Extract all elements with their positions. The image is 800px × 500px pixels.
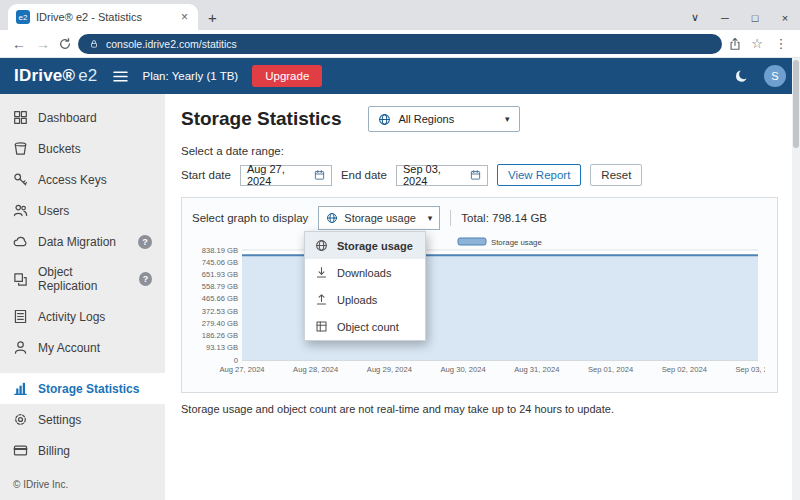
title-row: Storage Statistics All Regions ▾ xyxy=(181,106,778,132)
users-icon xyxy=(13,203,28,218)
activity-logs-icon xyxy=(13,309,28,324)
billing-icon xyxy=(13,443,28,458)
upgrade-button[interactable]: Upgrade xyxy=(252,65,322,87)
sidebar: DashboardBucketsAccess KeysUsersData Mig… xyxy=(0,94,165,500)
address-bar[interactable]: console.idrive2.com/statitics xyxy=(78,34,722,54)
statistics-panel: Select graph to display Storage usage ▾ … xyxy=(181,197,778,393)
svg-text:372.53 GB: 372.53 GB xyxy=(202,307,238,316)
access-keys-icon xyxy=(13,172,28,187)
calendar-icon[interactable] xyxy=(470,169,481,181)
sidebar-item-my-account[interactable]: My Account xyxy=(0,332,165,363)
refresh-icon[interactable] xyxy=(58,37,72,51)
dropdown-option-uploads[interactable]: Uploads xyxy=(305,286,425,313)
svg-text:745.06 GB: 745.06 GB xyxy=(202,258,238,267)
hamburger-menu-icon[interactable] xyxy=(112,68,129,85)
scrollbar-thumb[interactable] xyxy=(793,60,799,148)
sidebar-item-dashboard[interactable]: Dashboard xyxy=(0,102,165,133)
calendar-icon[interactable] xyxy=(314,169,325,181)
browser-tab-strip: e2 IDrive® e2 - Statistics × + ∨ ─ □ × xyxy=(0,0,800,30)
total-usage-label: Total: 798.14 GB xyxy=(461,212,547,224)
new-tab-button[interactable]: + xyxy=(198,9,229,30)
sidebar-item-billing[interactable]: Billing xyxy=(0,435,165,466)
svg-text:Aug 29, 2024: Aug 29, 2024 xyxy=(367,365,412,374)
object-replication-icon xyxy=(13,272,28,287)
logo-brand: IDrive® xyxy=(14,66,75,85)
browser-menu-icon[interactable]: ⋮ xyxy=(772,36,790,51)
globe-icon xyxy=(326,212,338,224)
sidebar-item-label: Activity Logs xyxy=(38,310,105,324)
reset-button[interactable]: Reset xyxy=(590,164,642,186)
browser-toolbar: ← → console.idrive2.com/statitics ☆ ⋮ xyxy=(0,30,800,58)
dashboard-icon xyxy=(13,110,28,125)
sidebar-item-label: Billing xyxy=(38,444,70,458)
dropdown-option-downloads[interactable]: Downloads xyxy=(305,259,425,286)
data-migration-icon xyxy=(13,234,28,249)
sidebar-item-buckets[interactable]: Buckets xyxy=(0,133,165,164)
bookmark-star-icon[interactable]: ☆ xyxy=(748,36,766,51)
tab-title: IDrive® e2 - Statistics xyxy=(36,11,173,23)
sidebar-item-object-replication[interactable]: Object Replication? xyxy=(0,257,165,301)
maximize-icon[interactable]: □ xyxy=(740,12,770,24)
sidebar-item-access-keys[interactable]: Access Keys xyxy=(0,164,165,195)
svg-text:558.79 GB: 558.79 GB xyxy=(202,282,238,291)
sidebar-item-users[interactable]: Users xyxy=(0,195,165,226)
svg-text:838.19 GB: 838.19 GB xyxy=(202,246,238,255)
sidebar-item-settings[interactable]: Settings xyxy=(0,404,165,435)
object-count-icon xyxy=(315,320,328,333)
dropdown-option-storage-usage[interactable]: Storage usage xyxy=(305,232,425,259)
plan-label: Plan: Yearly (1 TB) xyxy=(143,70,239,82)
date-row: Start date Aug 27, 2024 End date Sep 03,… xyxy=(181,164,778,186)
sidebar-item-label: My Account xyxy=(38,341,100,355)
start-date-input[interactable]: Aug 27, 2024 xyxy=(240,165,332,186)
graph-type-value: Storage usage xyxy=(344,212,416,224)
app-header: IDrive®e2 Plan: Yearly (1 TB) Upgrade S xyxy=(0,58,800,94)
svg-text:Aug 30, 2024: Aug 30, 2024 xyxy=(441,365,486,374)
main-layout: DashboardBucketsAccess KeysUsersData Mig… xyxy=(0,94,800,500)
back-icon[interactable]: ← xyxy=(10,36,28,52)
svg-text:465.66 GB: 465.66 GB xyxy=(202,294,238,303)
sidebar-item-label: Users xyxy=(38,204,69,218)
sidebar-item-label: Object Replication xyxy=(38,265,129,293)
view-report-button[interactable]: View Report xyxy=(497,164,581,186)
minimize-icon[interactable]: ─ xyxy=(710,12,740,24)
dropdown-option-object-count[interactable]: Object count xyxy=(305,313,425,340)
logo-product: e2 xyxy=(78,66,97,85)
chevron-down-icon: ▾ xyxy=(505,114,510,124)
help-badge-icon[interactable]: ? xyxy=(138,235,152,249)
window-close-icon[interactable]: × xyxy=(770,12,800,24)
dark-mode-moon-icon[interactable] xyxy=(734,68,750,84)
forward-icon[interactable]: → xyxy=(34,36,52,52)
page-scrollbar[interactable] xyxy=(792,58,800,500)
url-text: console.idrive2.com/statitics xyxy=(106,38,237,50)
sidebar-item-label: Buckets xyxy=(38,142,81,156)
tab-close-icon[interactable]: × xyxy=(179,10,190,24)
svg-text:0: 0 xyxy=(234,356,238,365)
sidebar-item-data-migration[interactable]: Data Migration? xyxy=(0,226,165,257)
graph-type-selector[interactable]: Storage usage ▾ xyxy=(318,206,440,230)
svg-text:Sep 02, 2024: Sep 02, 2024 xyxy=(662,365,707,374)
help-badge-icon[interactable]: ? xyxy=(139,272,152,286)
end-date-input[interactable]: Sep 03, 2024 xyxy=(396,165,488,186)
svg-text:93.13 GB: 93.13 GB xyxy=(206,343,238,352)
sidebar-item-activity-logs[interactable]: Activity Logs xyxy=(0,301,165,332)
svg-text:Aug 28, 2024: Aug 28, 2024 xyxy=(293,365,338,374)
sidebar-items: DashboardBucketsAccess KeysUsersData Mig… xyxy=(0,102,165,466)
svg-text:651.93 GB: 651.93 GB xyxy=(202,270,238,279)
browser-tab[interactable]: e2 IDrive® e2 - Statistics × xyxy=(8,4,198,30)
divider xyxy=(450,210,451,226)
svg-text:Storage usage: Storage usage xyxy=(491,238,542,247)
globe-icon xyxy=(378,113,391,126)
region-selector[interactable]: All Regions ▾ xyxy=(368,106,520,132)
share-icon[interactable] xyxy=(728,37,742,51)
date-range-label: Select a date range: xyxy=(181,145,778,157)
tab-search-icon[interactable]: ∨ xyxy=(680,11,710,24)
user-avatar[interactable]: S xyxy=(764,65,786,87)
sidebar-item-label: Data Migration xyxy=(38,235,116,249)
content-area: Storage Statistics All Regions ▾ Select … xyxy=(165,94,800,500)
sidebar-item-storage-statistics[interactable]: Storage Statistics xyxy=(0,373,165,404)
graph-type-dropdown-menu: Storage usageDownloadsUploadsObject coun… xyxy=(304,231,426,341)
lock-icon xyxy=(89,39,99,49)
sidebar-item-label: Access Keys xyxy=(38,173,107,187)
page-title: Storage Statistics xyxy=(181,108,342,130)
globe-icon xyxy=(315,239,328,252)
